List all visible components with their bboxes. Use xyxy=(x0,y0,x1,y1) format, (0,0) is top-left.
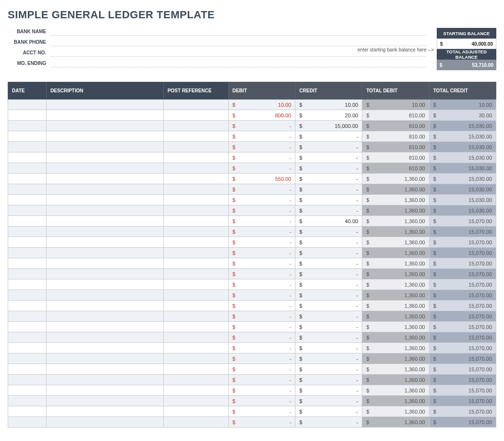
cell-total-credit[interactable]: $15,070.00 xyxy=(429,385,496,396)
cell-credit[interactable]: $- xyxy=(295,385,362,396)
cell-debit[interactable]: $- xyxy=(228,131,295,142)
cell-post-reference[interactable] xyxy=(163,279,228,290)
cell-credit[interactable]: $- xyxy=(295,353,362,364)
cell-post-reference[interactable] xyxy=(163,205,228,216)
cell-description[interactable] xyxy=(46,121,163,131)
cell-debit[interactable]: $- xyxy=(228,163,295,174)
cell-total-debit[interactable]: $10.00 xyxy=(362,100,429,110)
cell-credit[interactable]: $10.00 xyxy=(295,100,362,110)
cell-credit[interactable]: $15,000.00 xyxy=(295,121,362,131)
cell-credit[interactable]: $40.00 xyxy=(295,216,362,227)
cell-post-reference[interactable] xyxy=(163,396,228,406)
cell-total-credit[interactable]: $15,070.00 xyxy=(429,375,496,385)
cell-total-debit[interactable]: $1,360.00 xyxy=(362,364,429,375)
cell-description[interactable] xyxy=(46,343,163,353)
cell-total-credit[interactable]: $15,070.00 xyxy=(429,353,496,364)
cell-date[interactable] xyxy=(8,195,47,205)
cell-date[interactable] xyxy=(8,396,47,406)
cell-post-reference[interactable] xyxy=(163,195,228,205)
mo-ending-input[interactable] xyxy=(51,61,426,67)
cell-debit[interactable]: $- xyxy=(228,195,295,205)
cell-date[interactable] xyxy=(8,258,47,269)
cell-description[interactable] xyxy=(46,142,163,152)
cell-credit[interactable]: $- xyxy=(295,205,362,216)
cell-credit[interactable]: $- xyxy=(295,332,362,343)
cell-post-reference[interactable] xyxy=(163,152,228,163)
cell-description[interactable] xyxy=(46,227,163,237)
cell-description[interactable] xyxy=(46,205,163,216)
cell-total-credit[interactable]: $15,030.00 xyxy=(429,121,496,131)
cell-total-credit[interactable]: $15,030.00 xyxy=(429,131,496,142)
cell-post-reference[interactable] xyxy=(163,364,228,375)
cell-total-debit[interactable]: $1,360.00 xyxy=(362,205,429,216)
cell-date[interactable] xyxy=(8,322,47,332)
cell-debit[interactable]: $- xyxy=(228,290,295,301)
cell-debit[interactable]: $- xyxy=(228,364,295,375)
cell-credit[interactable]: $- xyxy=(295,142,362,152)
cell-debit[interactable]: $- xyxy=(228,396,295,406)
cell-date[interactable] xyxy=(8,375,47,385)
cell-post-reference[interactable] xyxy=(163,353,228,364)
cell-credit[interactable]: $- xyxy=(295,396,362,406)
cell-debit[interactable]: $- xyxy=(228,258,295,269)
cell-date[interactable] xyxy=(8,417,47,428)
cell-description[interactable] xyxy=(46,216,163,227)
cell-date[interactable] xyxy=(8,332,47,343)
cell-description[interactable] xyxy=(46,131,163,142)
cell-total-credit[interactable]: $15,070.00 xyxy=(429,248,496,258)
cell-credit[interactable]: $- xyxy=(295,301,362,311)
cell-post-reference[interactable] xyxy=(163,417,228,428)
bank-name-input[interactable] xyxy=(51,29,426,36)
cell-post-reference[interactable] xyxy=(163,121,228,131)
cell-total-debit[interactable]: $1,360.00 xyxy=(362,184,429,195)
cell-description[interactable] xyxy=(46,279,163,290)
cell-post-reference[interactable] xyxy=(163,248,228,258)
cell-description[interactable] xyxy=(46,417,163,428)
cell-post-reference[interactable] xyxy=(163,174,228,184)
cell-total-debit[interactable]: $1,360.00 xyxy=(362,311,429,322)
cell-total-debit[interactable]: $1,360.00 xyxy=(362,343,429,353)
cell-description[interactable] xyxy=(46,396,163,406)
cell-total-credit[interactable]: $15,030.00 xyxy=(429,152,496,163)
cell-description[interactable] xyxy=(46,248,163,258)
cell-date[interactable] xyxy=(8,311,47,322)
cell-total-credit[interactable]: $15,070.00 xyxy=(429,301,496,311)
cell-total-debit[interactable]: $1,360.00 xyxy=(362,385,429,396)
cell-description[interactable] xyxy=(46,237,163,248)
cell-total-credit[interactable]: $15,030.00 xyxy=(429,184,496,195)
cell-total-debit[interactable]: $1,360.00 xyxy=(362,417,429,428)
cell-post-reference[interactable] xyxy=(163,375,228,385)
cell-total-debit[interactable]: $1,360.00 xyxy=(362,258,429,269)
cell-description[interactable] xyxy=(46,290,163,301)
cell-date[interactable] xyxy=(8,406,47,417)
cell-date[interactable] xyxy=(8,205,47,216)
cell-date[interactable] xyxy=(8,216,47,227)
cell-post-reference[interactable] xyxy=(163,311,228,322)
cell-total-credit[interactable]: $30.00 xyxy=(429,110,496,121)
cell-total-credit[interactable]: $15,030.00 xyxy=(429,205,496,216)
cell-date[interactable] xyxy=(8,227,47,237)
cell-credit[interactable]: $- xyxy=(295,290,362,301)
cell-total-credit[interactable]: $15,070.00 xyxy=(429,406,496,417)
cell-credit[interactable]: $- xyxy=(295,131,362,142)
cell-total-credit[interactable]: $15,070.00 xyxy=(429,279,496,290)
cell-post-reference[interactable] xyxy=(163,406,228,417)
cell-post-reference[interactable] xyxy=(163,142,228,152)
cell-debit[interactable]: $- xyxy=(228,322,295,332)
cell-total-debit[interactable]: $1,360.00 xyxy=(362,248,429,258)
cell-total-debit[interactable]: $1,360.00 xyxy=(362,174,429,184)
cell-description[interactable] xyxy=(46,110,163,121)
cell-description[interactable] xyxy=(46,385,163,396)
cell-date[interactable] xyxy=(8,353,47,364)
cell-total-debit[interactable]: $1,360.00 xyxy=(362,269,429,279)
cell-debit[interactable]: $- xyxy=(228,279,295,290)
cell-total-debit[interactable]: $1,360.00 xyxy=(362,237,429,248)
cell-debit[interactable]: $- xyxy=(228,353,295,364)
cell-total-credit[interactable]: $15,070.00 xyxy=(429,396,496,406)
cell-post-reference[interactable] xyxy=(163,163,228,174)
cell-description[interactable] xyxy=(46,364,163,375)
cell-date[interactable] xyxy=(8,152,47,163)
cell-description[interactable] xyxy=(46,301,163,311)
cell-credit[interactable]: $20.00 xyxy=(295,110,362,121)
cell-credit[interactable]: $- xyxy=(295,311,362,322)
